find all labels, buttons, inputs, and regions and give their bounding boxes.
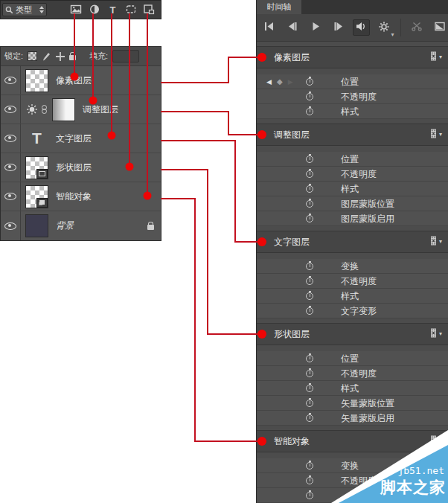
lock-position-button[interactable]: [56, 52, 65, 61]
visibility-toggle[interactable]: [1, 182, 21, 211]
lock-image-pixels-button[interactable]: [42, 51, 51, 61]
previous-keyframe-icon[interactable]: ◀: [266, 78, 272, 86]
visibility-toggle[interactable]: [1, 95, 21, 124]
smart-object-badge-icon: [36, 198, 48, 208]
timeline-property-row: 样式: [257, 182, 448, 196]
stopwatch-icon[interactable]: [306, 156, 313, 163]
mask-link-icon: [41, 105, 48, 115]
smart-objects-filter-icon: [143, 4, 155, 17]
next-frame-button[interactable]: [330, 19, 347, 36]
property-label: 不透明度: [341, 275, 377, 287]
visibility-toggle[interactable]: [1, 66, 21, 94]
previous-frame-button[interactable]: [284, 19, 301, 36]
transition-button[interactable]: [431, 19, 448, 36]
track-name: 像素图层: [274, 51, 310, 64]
layer-thumbnail[interactable]: [25, 69, 48, 92]
layer-row[interactable]: 智能对象: [1, 182, 161, 211]
timeline-panel: 时间轴 ▾ 像素图层▾◀◆▶位置不透明度样式调整图层▾位置不透明度样式图层蒙版位…: [256, 0, 448, 503]
stopwatch-icon[interactable]: [306, 200, 313, 208]
stopwatch-icon[interactable]: [306, 170, 313, 178]
track-options-button[interactable]: ▾: [430, 328, 442, 340]
connector-pixel: [161, 57, 259, 83]
timeline-track-header[interactable]: 调整图层▾: [257, 124, 448, 146]
adjustment-icon: [26, 103, 38, 115]
lock-all-button[interactable]: [69, 52, 76, 60]
scissors-button[interactable]: [409, 19, 426, 36]
pixel-layers-filter-button[interactable]: [69, 4, 82, 16]
stopwatch-icon[interactable]: [306, 414, 313, 422]
property-label: 样式: [341, 105, 359, 118]
layer-row[interactable]: 形状图层: [1, 153, 161, 182]
property-label: 位置: [341, 75, 359, 88]
visibility-toggle[interactable]: [1, 153, 21, 182]
stopwatch-icon[interactable]: [306, 278, 313, 285]
audio-button[interactable]: [353, 19, 370, 36]
first-frame-button[interactable]: [261, 19, 278, 36]
stopwatch-icon[interactable]: [306, 93, 313, 100]
screenshot-root: 类型 T 锁定:: [0, 0, 448, 503]
filmstrip-icon: [430, 51, 437, 63]
filter-type-dropdown[interactable]: 类型: [2, 3, 47, 16]
stopwatch-icon[interactable]: [306, 263, 313, 270]
layer-thumbnail[interactable]: [25, 156, 48, 179]
stopwatch-icon[interactable]: [306, 462, 313, 470]
track-options-button[interactable]: ▾: [430, 129, 442, 141]
visibility-toggle[interactable]: [1, 211, 21, 240]
keyframe-navigator: ◀◆▶: [266, 74, 293, 89]
timeline-property-row: 变换: [257, 259, 448, 274]
track-options-button[interactable]: ▾: [430, 236, 442, 248]
stopwatch-icon[interactable]: [306, 185, 313, 193]
stopwatch-icon[interactable]: [306, 78, 313, 86]
property-label: 样式: [341, 289, 359, 302]
add-keyframe-icon[interactable]: ◆: [277, 77, 283, 86]
smart-objects-filter-button[interactable]: [142, 4, 155, 16]
layer-row[interactable]: 调整图层: [1, 95, 161, 124]
connector-adjustment: [161, 112, 259, 135]
stopwatch-icon[interactable]: [306, 307, 313, 315]
layer-thumbnail[interactable]: [25, 214, 48, 237]
fill-value-dropdown[interactable]: [112, 50, 139, 63]
play-button[interactable]: [307, 19, 324, 36]
eye-icon: [4, 106, 16, 113]
stopwatch-icon[interactable]: [306, 108, 313, 115]
text-layer-thumbnail[interactable]: T: [25, 129, 48, 147]
layer-row[interactable]: T文字图层: [1, 124, 161, 153]
eye-icon: [4, 164, 16, 171]
timeline-track-header[interactable]: 文字图层▾: [257, 231, 448, 253]
shape-layers-filter-button[interactable]: [124, 4, 137, 16]
stopwatch-icon[interactable]: [306, 385, 313, 392]
layer-row[interactable]: 像素图层: [1, 66, 161, 95]
vector-mask-badge-icon: [36, 169, 48, 179]
stopwatch-icon[interactable]: [306, 492, 313, 499]
stopwatch-icon[interactable]: [306, 370, 313, 377]
eye-icon: [4, 222, 16, 230]
timeline-property-row: 位置: [257, 351, 448, 366]
stopwatch-icon[interactable]: [306, 215, 313, 222]
timeline-property-row: 不透明度: [257, 366, 448, 381]
visibility-toggle[interactable]: [1, 124, 21, 153]
layer-name: 文字图层: [56, 132, 92, 145]
layer-mask-thumbnail[interactable]: [52, 98, 75, 121]
stopwatch-icon[interactable]: [306, 355, 313, 362]
stopwatch-icon[interactable]: [306, 400, 313, 407]
connector-smart: [161, 199, 259, 441]
property-label: 图层蒙版位置: [341, 197, 394, 210]
timeline-track-header[interactable]: 形状图层▾: [257, 323, 448, 345]
caret-down-icon: ▾: [439, 54, 442, 60]
next-keyframe-icon[interactable]: ▶: [288, 78, 293, 86]
lock-transparent-pixels-button[interactable]: [28, 51, 37, 61]
timeline-property-row: 矢量蒙版位置: [257, 396, 448, 411]
adjustment-layers-filter-button[interactable]: [88, 4, 100, 16]
settings-button[interactable]: ▾: [376, 19, 393, 36]
track-options-button[interactable]: ▾: [430, 51, 442, 63]
filmstrip-icon: [430, 129, 437, 141]
layer-thumbnail[interactable]: [25, 185, 48, 208]
stopwatch-icon[interactable]: [306, 477, 313, 484]
text-layers-filter-icon: T: [110, 4, 116, 16]
updown-arrows-icon: [39, 6, 44, 13]
timeline-track-header[interactable]: 像素图层▾: [257, 46, 448, 68]
stopwatch-icon[interactable]: [306, 292, 313, 300]
tab-timeline[interactable]: 时间轴: [257, 0, 301, 14]
layer-row[interactable]: 背景: [1, 211, 161, 240]
text-layers-filter-button[interactable]: T: [106, 4, 119, 16]
